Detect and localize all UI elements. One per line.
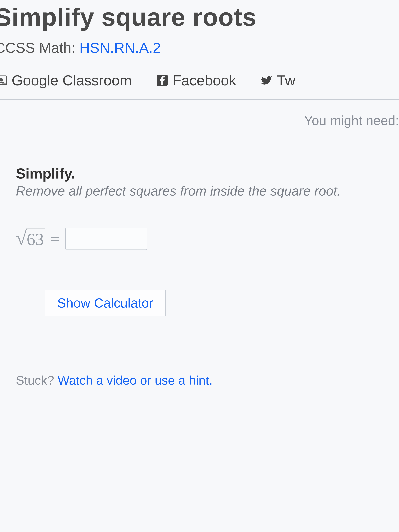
radical-expression: √ 63	[16, 228, 45, 249]
share-facebook[interactable]: Facebook	[156, 72, 236, 89]
stuck-prefix: Stuck?	[16, 373, 58, 387]
equals-sign: =	[51, 229, 60, 249]
google-classroom-icon	[0, 74, 8, 87]
facebook-icon	[156, 74, 169, 87]
answer-input[interactable]	[65, 228, 147, 250]
standard-label: CCSS Math:	[0, 40, 79, 56]
equation-row: √ 63 =	[16, 228, 399, 250]
share-twitter-label: Tw	[277, 72, 295, 89]
page-title: Simplify square roots	[0, 3, 399, 32]
standard-code-link[interactable]: HSN.RN.A.2	[79, 40, 161, 56]
prompt-title: Simplify.	[16, 165, 399, 182]
radical-symbol: √	[16, 231, 27, 245]
radicand-value: 63	[26, 228, 45, 249]
stuck-link[interactable]: Watch a video or use a hint.	[58, 373, 213, 387]
share-google-classroom[interactable]: Google Classroom	[0, 72, 132, 89]
share-facebook-label: Facebook	[172, 72, 236, 89]
you-might-need-label: You might need:	[0, 113, 399, 128]
stuck-row: Stuck? Watch a video or use a hint.	[16, 373, 399, 387]
svg-point-1	[0, 78, 2, 81]
share-google-classroom-label: Google Classroom	[12, 72, 132, 89]
share-row: Google Classroom Facebook Tw	[0, 72, 399, 100]
standard-row: CCSS Math: HSN.RN.A.2	[0, 39, 399, 56]
show-calculator-button[interactable]: Show Calculator	[45, 290, 166, 317]
svg-rect-2	[2, 84, 5, 85]
share-twitter[interactable]: Tw	[260, 72, 295, 89]
twitter-icon	[260, 74, 273, 87]
question-prompt: Simplify. Remove all perfect squares fro…	[16, 165, 399, 199]
prompt-instruction: Remove all perfect squares from inside t…	[16, 184, 399, 199]
